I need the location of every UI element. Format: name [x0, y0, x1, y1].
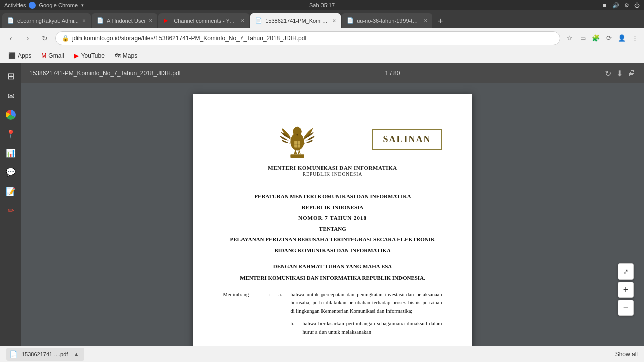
- back-button[interactable]: ‹: [4, 32, 17, 45]
- pdf-file-icon: 📄: [9, 350, 18, 358]
- zoom-out-button[interactable]: −: [618, 300, 634, 316]
- settings-icon: ⚙: [624, 2, 629, 9]
- bookmark-youtube-label: YouTube: [81, 52, 105, 59]
- tab-label-1: eLearningRakyat: Admi...: [17, 18, 79, 24]
- tab-favicon-5: 📄: [347, 17, 354, 24]
- zoom-in-icon: +: [623, 285, 629, 295]
- tab-close-5[interactable]: ×: [424, 17, 427, 24]
- tab-favicon-1: 📄: [7, 17, 14, 24]
- bookmarks-bar: ⬛ Apps M Gmail ▶ YouTube 🗺 Maps: [0, 48, 644, 63]
- apps-grid-icon: ⬛: [8, 52, 16, 59]
- cast-icon[interactable]: ▭: [578, 33, 588, 43]
- sidebar-pencil-icon[interactable]: ✏: [2, 201, 20, 219]
- pdf-rahmat-text: DENGAN RAHMAT TUHAN YANG MAHA ESA: [223, 263, 442, 269]
- pdf-tentang: TENTANG: [223, 225, 442, 234]
- app-name: Google Chrome: [39, 2, 78, 8]
- zoom-in-button[interactable]: +: [618, 282, 634, 298]
- bookmark-apps[interactable]: ⬛ Apps: [4, 51, 35, 60]
- tab-close-4[interactable]: ×: [332, 17, 336, 24]
- pdf-item-b-label: b.: [291, 320, 303, 337]
- pdf-menimbang-label: Menimbang: [223, 291, 269, 316]
- pdf-menteri-text: MENTERI KOMUNIKASI DAN INFORMATIKA REPUB…: [223, 275, 442, 281]
- tab-pdf-active[interactable]: 📄 1538621741-PM_Kominfo... ×: [250, 13, 341, 28]
- tab-bar: 📄 eLearningRakyat: Admi... × 📄 All Indon…: [0, 10, 644, 28]
- zoom-fit-icon: ⤢: [623, 268, 628, 275]
- sidebar-chat-icon[interactable]: 💬: [2, 163, 20, 181]
- tab-close-2[interactable]: ×: [149, 17, 152, 24]
- pdf-header: SALINAN: [223, 119, 442, 160]
- pdf-ministry-header: MENTERI KOMUNIKASI DAN INFORMATIKA REPUB…: [223, 165, 442, 177]
- audio-icon: 🔊: [612, 2, 619, 9]
- tab-indonet[interactable]: 📄 All Indonet User ×: [92, 13, 157, 28]
- bookmark-maps-label: Maps: [123, 52, 137, 59]
- pdf-tools: ↻ ⬇ 🖨: [605, 69, 636, 78]
- pdf-menimbang-section: Menimbang : a. bahwa untuk percepatan da…: [223, 291, 442, 337]
- tab-uu36[interactable]: 📄 uu-no-36-tahun-1999-ten... ×: [342, 13, 432, 28]
- pdf-item-a-text: bahwa untuk percepatan dan peningkatan i…: [291, 291, 442, 316]
- pdf-print-icon[interactable]: 🖨: [628, 69, 636, 78]
- record-icon: ⏺: [602, 2, 607, 8]
- pdf-item-b-text: bahwa berdasarkan pertimbangan sebagaima…: [303, 320, 442, 337]
- bookmark-maps[interactable]: 🗺 Maps: [111, 51, 141, 60]
- new-tab-button[interactable]: +: [433, 14, 447, 28]
- download-chevron-icon: ▲: [74, 351, 79, 357]
- salinan-label: SALINAN: [383, 134, 431, 144]
- tab-favicon-3: ▶: [164, 17, 171, 24]
- tab-elearning[interactable]: 📄 eLearningRakyat: Admi... ×: [2, 13, 91, 28]
- bookmark-gmail[interactable]: M Gmail: [37, 51, 68, 60]
- sidebar-map-icon[interactable]: 📍: [2, 125, 20, 143]
- pdf-subject-1: PELAYANAN PERIZINAN BERUSAHA TERINTEGRAS…: [223, 235, 442, 244]
- sidebar-left: ⊞ ✉ 📍 📊 💬 📝 ✏: [0, 63, 21, 346]
- pdf-refresh-icon[interactable]: ↻: [605, 69, 611, 78]
- tab-close-1[interactable]: ×: [82, 17, 86, 24]
- chrome-icon: [29, 2, 36, 9]
- pdf-republic: REPUBLIK INDONESIA: [223, 172, 442, 177]
- extension-icon[interactable]: 🧩: [591, 33, 601, 43]
- sidebar-grid-icon[interactable]: ⊞: [2, 67, 20, 85]
- bookmark-star-icon[interactable]: ☆: [565, 33, 575, 43]
- pdf-ministry-name: MENTERI KOMUNIKASI DAN INFORMATIKA: [223, 165, 442, 171]
- garuda-emblem: [278, 119, 317, 160]
- show-all-button[interactable]: Show all: [615, 351, 638, 358]
- menu-icon[interactable]: ⋮: [630, 33, 640, 43]
- youtube-icon: ▶: [74, 52, 79, 59]
- zoom-out-icon: −: [623, 303, 629, 313]
- pdf-document: SALINAN MENTERI KOMUNIKASI DAN INFORMATI…: [193, 94, 472, 346]
- profile-icon[interactable]: 👤: [617, 33, 627, 43]
- title-bar-left: Activities Google Chrome ▾: [4, 2, 84, 9]
- chevron-down-icon: ▾: [81, 3, 84, 8]
- sync-icon[interactable]: ⟳: [604, 33, 614, 43]
- url-bar[interactable]: 🔒 jdih.kominfo.go.id/storage/files/15386…: [55, 31, 560, 45]
- zoom-fit-button[interactable]: ⤢: [618, 263, 634, 280]
- pdf-menimbang-colon: :: [269, 291, 279, 316]
- sidebar-mail-icon[interactable]: ✉: [2, 86, 20, 105]
- bookmark-apps-label: Apps: [18, 52, 31, 59]
- chrome-activity-icon: Activities: [4, 2, 26, 8]
- title-bar: Activities Google Chrome ▾ Sab 05:17 ⏺ 🔊…: [0, 0, 644, 10]
- bookmark-youtube[interactable]: ▶ YouTube: [70, 51, 109, 60]
- pdf-menteri: MENTERI KOMUNIKASI DAN INFORMATIKA REPUB…: [223, 275, 442, 281]
- salinan-box: SALINAN: [372, 129, 442, 150]
- forward-button[interactable]: ›: [21, 32, 34, 45]
- pdf-area: SALINAN MENTERI KOMUNIKASI DAN INFORMATI…: [21, 83, 644, 346]
- zoom-controls: ⤢ + −: [618, 263, 634, 316]
- sidebar-notes-icon[interactable]: 📝: [2, 182, 20, 200]
- tab-favicon-2: 📄: [97, 17, 104, 24]
- pdf-item-b-row: b. bahwa berdasarkan pertimbangan sebaga…: [291, 320, 442, 337]
- pdf-subject-2: BIDANG KOMUNIKASI DAN INFORMATIKA: [223, 246, 442, 255]
- tab-label-3: Channel comments - You...: [174, 18, 237, 24]
- sidebar-chrome-icon[interactable]: [2, 106, 20, 124]
- tab-youtube[interactable]: ▶ Channel comments - You... ×: [158, 13, 249, 28]
- title-bar-controls: ⏺ 🔊 ⚙ ⏻: [602, 2, 640, 9]
- download-badge[interactable]: 📄 1538621741-....pdf ▲: [6, 348, 84, 361]
- sidebar-analytics-icon[interactable]: 📊: [2, 144, 20, 162]
- tab-label-2: All Indonet User: [107, 18, 146, 24]
- address-right-icons: ☆ ▭ 🧩 ⟳ 👤 ⋮: [565, 33, 640, 43]
- reload-button[interactable]: ↻: [38, 32, 51, 45]
- gmail-icon: M: [41, 52, 46, 59]
- pdf-filename: 1538621741-PM_Kominfo_No_7_Tahun_2018_JD…: [29, 70, 181, 77]
- tab-label-4: 1538621741-PM_Kominfo...: [265, 18, 329, 24]
- pdf-download-icon[interactable]: ⬇: [616, 69, 623, 78]
- pdf-toolbar: 1538621741-PM_Kominfo_No_7_Tahun_2018_JD…: [21, 63, 644, 83]
- tab-close-3[interactable]: ×: [240, 17, 244, 24]
